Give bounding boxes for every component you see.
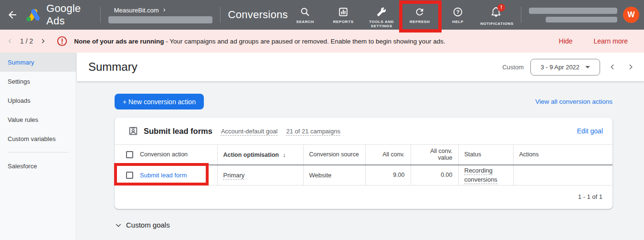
- tools-and-settings-button[interactable]: TOOLS AND SETTINGS: [364, 2, 399, 28]
- goal-card: Submit lead forms Account-default goal 2…: [115, 118, 612, 209]
- divider: [100, 7, 101, 23]
- row-checkbox[interactable]: [126, 172, 133, 179]
- section-title: Conversions: [228, 9, 288, 21]
- page-header: Summary Custom 3 - 9 Apr 2022: [77, 53, 644, 81]
- user-info-redacted: [529, 8, 617, 22]
- account-name: MeasureBit.com: [114, 7, 159, 14]
- date-range-selector[interactable]: 3 - 9 Apr 2022: [530, 59, 600, 76]
- refresh-button[interactable]: REFRESH: [402, 2, 437, 24]
- warning-icon: [57, 36, 67, 46]
- column-header: Status: [458, 145, 513, 165]
- reports-icon: [338, 7, 348, 17]
- sidebar-item-value-rules[interactable]: Value rules: [0, 110, 76, 129]
- chevron-down-icon: [115, 221, 122, 229]
- pagination-label: 1 - 1 of 1: [578, 193, 602, 200]
- help-button[interactable]: ? HELP: [441, 2, 475, 24]
- sidebar-item-salesforce[interactable]: Salesforce: [0, 156, 76, 175]
- account-id-redacted: [108, 16, 212, 23]
- edit-goal-link[interactable]: Edit goal: [577, 127, 603, 135]
- search-button[interactable]: SEARCH: [288, 2, 322, 24]
- table-header-row: Conversion action Action optimisation↓ C…: [115, 145, 612, 165]
- optimisation-cell[interactable]: Primary: [223, 172, 245, 179]
- goal-campaigns-chip[interactable]: 21 of 21 campaigns: [286, 128, 340, 135]
- main-content: + New conversion action View all convers…: [77, 81, 644, 240]
- chevron-right-icon: [162, 8, 167, 12]
- caret-down-icon: [585, 66, 590, 68]
- column-header: Actions: [513, 145, 612, 165]
- new-conversion-action-button[interactable]: + New conversion action: [115, 94, 204, 109]
- avatar[interactable]: W: [623, 7, 639, 23]
- sidebar-item-summary[interactable]: Summary: [0, 53, 76, 72]
- hide-button[interactable]: Hide: [559, 37, 573, 45]
- google-ads-logo: [25, 6, 42, 24]
- learn-more-link[interactable]: Learn more: [593, 37, 628, 45]
- conversion-action-link[interactable]: Submit lead form: [140, 172, 187, 179]
- column-header: All conv. value: [411, 145, 458, 165]
- back-icon[interactable]: [7, 9, 18, 21]
- sidebar-divider: [8, 152, 68, 153]
- reports-button[interactable]: REPORTS: [326, 2, 360, 24]
- sidebar-item-settings[interactable]: Settings: [0, 72, 76, 91]
- column-header-sorted[interactable]: Action optimisation↓: [217, 145, 303, 165]
- topbar: Google Ads MeasureBit.com Conversions SE…: [0, 0, 644, 30]
- view-all-conversion-actions-link[interactable]: View all conversion actions: [535, 98, 612, 105]
- notifications-button[interactable]: ! NOTIFICATIONS: [479, 2, 513, 26]
- lead-form-goal-icon: [128, 126, 138, 136]
- column-header: Conversion action: [140, 151, 188, 158]
- search-icon: [300, 7, 310, 17]
- custom-goals-expander[interactable]: Custom goals: [115, 221, 170, 229]
- wrench-icon: [376, 7, 387, 17]
- help-icon: ?: [453, 7, 463, 17]
- sidebar-item-uploads[interactable]: Uploads: [0, 91, 76, 110]
- column-header: Conversion source: [303, 145, 365, 165]
- divider: [220, 7, 221, 23]
- date-range-type: Custom: [502, 64, 524, 71]
- banner-pager: 1 / 2: [20, 37, 33, 45]
- goal-type-chip[interactable]: Account-default goal: [221, 128, 278, 135]
- table-row: Submit lead form Primary Website 9.00 0.…: [115, 165, 612, 185]
- sidebar-item-custom-variables[interactable]: Custom variables: [0, 129, 76, 148]
- sort-desc-icon: ↓: [283, 151, 286, 158]
- select-all-checkbox[interactable]: [126, 151, 133, 158]
- date-prev-icon[interactable]: [607, 61, 618, 73]
- column-header: All conv.: [365, 145, 411, 165]
- refresh-icon: [414, 7, 425, 17]
- account-selector[interactable]: MeasureBit.com: [108, 7, 212, 23]
- all-conv-value-cell: 0.00: [411, 165, 458, 185]
- date-next-icon[interactable]: [625, 61, 636, 73]
- conversion-actions-table: Conversion action Action optimisation↓ C…: [115, 144, 612, 185]
- status-cell[interactable]: Recording conversions: [465, 166, 507, 184]
- banner-prev-icon[interactable]: [5, 36, 15, 46]
- warning-banner: 1 / 2 None of your ads are running - You…: [0, 30, 644, 53]
- page-title: Summary: [88, 60, 137, 74]
- svg-text:?: ?: [456, 9, 460, 15]
- sidebar: Summary Settings Uploads Value rules Cus…: [0, 53, 76, 240]
- notification-badge: !: [497, 4, 505, 11]
- all-conv-cell: 9.00: [365, 165, 411, 185]
- banner-message: None of your ads are running - Your camp…: [74, 38, 445, 45]
- divider: [521, 7, 521, 23]
- goal-title: Submit lead forms: [144, 127, 212, 136]
- actions-cell: [513, 165, 612, 185]
- banner-next-icon[interactable]: [38, 36, 48, 46]
- brand-title: Google Ads: [46, 2, 93, 27]
- source-cell: Website: [309, 172, 332, 179]
